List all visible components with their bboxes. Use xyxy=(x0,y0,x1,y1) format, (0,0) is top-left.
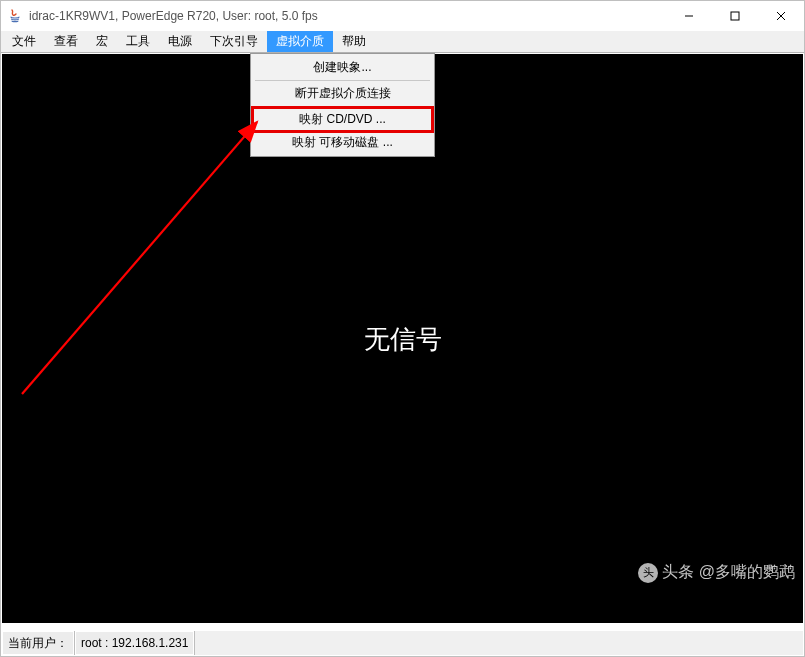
minimize-button[interactable] xyxy=(666,1,712,31)
window-controls xyxy=(666,1,804,31)
window-title: idrac-1KR9WV1, PowerEdge R720, User: roo… xyxy=(29,9,666,23)
menu-view[interactable]: 查看 xyxy=(45,31,87,52)
svg-rect-1 xyxy=(731,12,739,20)
dropdown-create-image[interactable]: 创建映象... xyxy=(253,56,432,79)
dropdown-separator xyxy=(255,106,430,107)
menubar: 文件 查看 宏 工具 电源 下次引导 虚拟介质 帮助 xyxy=(1,31,804,53)
menu-tools[interactable]: 工具 xyxy=(117,31,159,52)
dropdown-map-removable[interactable]: 映射 可移动磁盘 ... xyxy=(253,131,432,154)
svg-line-3 xyxy=(777,12,785,20)
close-button[interactable] xyxy=(758,1,804,31)
dropdown-map-cddvd[interactable]: 映射 CD/DVD ... xyxy=(253,108,432,131)
virtual-media-dropdown: 创建映象... 断开虚拟介质连接 映射 CD/DVD ... 映射 可移动磁盘 … xyxy=(250,53,435,157)
svg-line-2 xyxy=(777,12,785,20)
java-icon xyxy=(7,8,23,24)
status-user-value: root : 192.168.1.231 xyxy=(75,631,195,655)
watermark-text: 头条 @多嘴的鹦鹉 xyxy=(662,562,795,583)
menu-macro[interactable]: 宏 xyxy=(87,31,117,52)
watermark-icon: 头 xyxy=(638,563,658,583)
menu-file[interactable]: 文件 xyxy=(3,31,45,52)
dropdown-separator xyxy=(255,80,430,81)
menu-power[interactable]: 电源 xyxy=(159,31,201,52)
menu-virtual-media[interactable]: 虚拟介质 xyxy=(267,31,333,52)
menu-next-boot[interactable]: 下次引导 xyxy=(201,31,267,52)
maximize-button[interactable] xyxy=(712,1,758,31)
titlebar: idrac-1KR9WV1, PowerEdge R720, User: roo… xyxy=(1,1,804,31)
status-user-label: 当前用户： xyxy=(2,631,75,655)
menu-help[interactable]: 帮助 xyxy=(333,31,375,52)
watermark: 头 头条 @多嘴的鹦鹉 xyxy=(638,562,795,583)
dropdown-disconnect-media[interactable]: 断开虚拟介质连接 xyxy=(253,82,432,105)
no-signal-text: 无信号 xyxy=(364,321,442,356)
statusbar: 当前用户： root : 192.168.1.231 xyxy=(2,631,803,655)
